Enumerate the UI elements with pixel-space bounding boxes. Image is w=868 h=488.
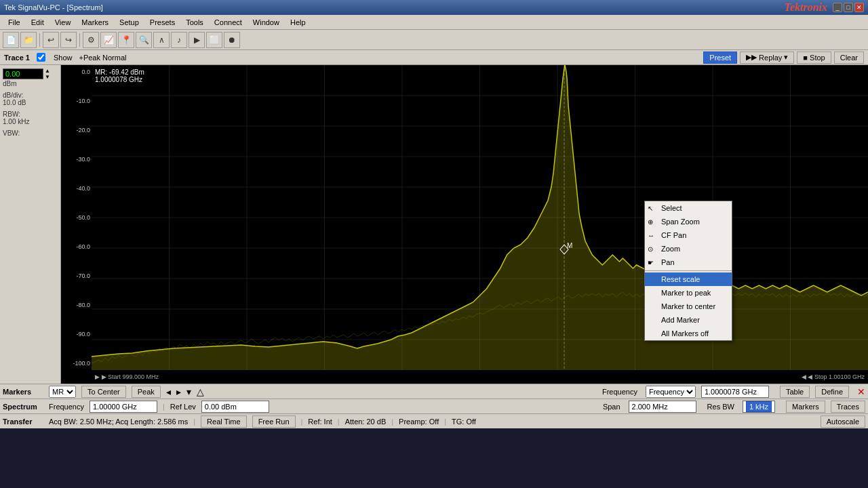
ref-spinner[interactable]: ▲ ▼ <box>45 68 50 80</box>
menu-file[interactable]: File <box>3 17 26 28</box>
ctx-pan[interactable]: ☛ Pan <box>645 256 732 269</box>
resbw-value[interactable]: 1 kHz <box>743 401 775 413</box>
ctx-span-zoom[interactable]: ⊕ Span Zoom <box>645 215 732 228</box>
spectrum-freq-label: Frequency <box>49 403 84 411</box>
peak-button[interactable]: Peak <box>132 386 161 398</box>
ctx-all-markers-off-label: All Markers off <box>661 329 709 338</box>
y-label-0: 0.0 <box>62 68 90 75</box>
ctx-select[interactable]: ↖ Select <box>645 201 732 215</box>
stop-label-text: ◀ Stop 1.00100 GHz <box>808 373 865 380</box>
menu-setup[interactable]: Setup <box>114 17 144 28</box>
ctx-cf-pan-label: CF Pan <box>661 231 686 239</box>
spinner-down[interactable]: ▼ <box>45 74 50 80</box>
spectrum-markers-button[interactable]: Markers <box>786 401 825 413</box>
peak-prev-icon[interactable]: ◂ <box>166 386 171 397</box>
marker-up-icon[interactable]: △ <box>197 386 204 397</box>
minimize-button[interactable]: _ <box>833 3 842 12</box>
ctx-select-label: Select <box>661 204 682 212</box>
maximize-button[interactable]: □ <box>844 3 853 12</box>
spectrum-traces-button[interactable]: Traces <box>831 401 865 413</box>
spectrum-canvas[interactable]: M <box>92 65 868 370</box>
video-button[interactable]: ▶ <box>189 32 205 48</box>
vbw-row: VBW: <box>3 129 58 137</box>
svg-text:M: M <box>567 242 572 249</box>
realtime-button[interactable]: Real Time <box>201 415 247 428</box>
menu-presets[interactable]: Presets <box>144 17 180 28</box>
open-button[interactable]: 📁 <box>20 32 37 48</box>
toolbar: 📄 📁 ↩ ↪ ⚙ 📈 📍 🔍 ∧ ♪ ▶ ⬜ ⏺ <box>0 30 868 50</box>
trace-button[interactable]: 📈 <box>100 32 117 48</box>
freerun-button[interactable]: Free Run <box>252 415 296 428</box>
ctx-add-marker[interactable]: Add Marker <box>645 313 732 327</box>
menu-connect[interactable]: Connect <box>209 17 248 28</box>
ctx-marker-to-peak-label: Marker to peak <box>661 289 711 297</box>
frequency-type-select[interactable]: Frequency <box>646 386 696 398</box>
ctx-marker-to-center-label: Marker to center <box>661 302 715 310</box>
refint-label: Ref: Int <box>308 418 332 426</box>
title-bar: Tek SignalVu-PC - [Spectrum] Tektronix _… <box>0 0 868 15</box>
top-right-controls: Preset ▶▶ Replay ▾ ■ Stop Clear <box>703 52 864 64</box>
record-button[interactable]: ⏺ <box>224 32 240 48</box>
ctx-reset-scale[interactable]: Reset scale <box>645 272 732 286</box>
menu-markers[interactable]: Markers <box>76 17 114 28</box>
rbw-label: RBW: <box>3 110 58 118</box>
undo-button[interactable]: ↩ <box>43 32 59 48</box>
markers-dropdown[interactable]: MR <box>49 386 76 398</box>
to-center-button[interactable]: To Center <box>81 386 126 398</box>
reflev-text: 0.00 dBm <box>205 403 237 411</box>
new-button[interactable]: 📄 <box>3 32 19 48</box>
span-value[interactable]: 2.000 MHz <box>629 401 696 413</box>
chart-area: MR: -69.42 dBm 1.0000078 GHz 0.0 -10.0 -… <box>61 65 868 384</box>
audio-button[interactable]: ♪ <box>171 32 187 48</box>
bar-sep-1: | <box>163 403 165 411</box>
reflev-value[interactable]: 0.00 dBm <box>201 401 269 413</box>
close-button[interactable]: ✕ <box>854 3 864 12</box>
ctx-cf-pan[interactable]: ↔ CF Pan <box>645 228 732 242</box>
ctx-all-markers-off[interactable]: All Markers off <box>645 327 732 340</box>
top-panel: Trace 1 Show +Peak Normal Preset ▶▶ Repl… <box>0 50 868 65</box>
zoom-icon: ⊙ <box>648 245 653 253</box>
spinner-up[interactable]: ▲ <box>45 68 50 74</box>
peak-next-icon[interactable]: ▸ <box>176 386 181 397</box>
menu-help[interactable]: Help <box>285 17 311 28</box>
redo-button[interactable]: ↪ <box>60 32 77 48</box>
zoom-button[interactable]: 🔍 <box>136 32 152 48</box>
spectrum-freq-value[interactable]: 1.00000 GHz <box>90 401 157 413</box>
marker-button[interactable]: 📍 <box>118 32 134 48</box>
app-title-text: Tek SignalVu-PC - [Spectrum] <box>4 3 103 12</box>
ref-value[interactable]: 0.00 <box>3 68 43 79</box>
peak-down-icon[interactable]: ▾ <box>186 386 191 397</box>
ctx-marker-to-center[interactable]: Marker to center <box>645 300 732 313</box>
show-checkbox[interactable] <box>37 53 45 62</box>
replay-button[interactable]: ▶▶ Replay ▾ <box>740 52 794 64</box>
frequency-label: Frequency <box>602 388 637 396</box>
preset-button[interactable]: Preset <box>703 52 737 64</box>
menu-window[interactable]: Window <box>248 17 285 28</box>
spectrum-svg: M <box>92 65 868 370</box>
spectrum-bar-label: Spectrum <box>3 403 43 411</box>
resbw-label: Res BW <box>707 403 734 411</box>
span-zoom-icon: ⊕ <box>648 218 653 226</box>
define-button[interactable]: Define <box>815 386 849 398</box>
pan-icon: ☛ <box>648 259 654 266</box>
close-marker-icon[interactable]: ✕ <box>857 386 865 397</box>
y-label-10: -100.0 <box>62 360 90 367</box>
autoscale-button[interactable]: Autoscale <box>821 415 865 428</box>
trace-label: Trace 1 <box>4 54 30 62</box>
settings-button[interactable]: ⚙ <box>83 32 99 48</box>
toolbar-separator-1 <box>39 33 40 47</box>
transfer-bar: Transfer Acq BW: 2.50 MHz; Acq Length: 2… <box>0 413 868 428</box>
menu-tools[interactable]: Tools <box>180 17 209 28</box>
ctx-marker-to-peak[interactable]: Marker to peak <box>645 286 732 300</box>
menu-edit[interactable]: Edit <box>26 17 50 28</box>
ctx-zoom-label: Zoom <box>661 245 680 253</box>
ctx-zoom[interactable]: ⊙ Zoom <box>645 242 732 256</box>
menu-view[interactable]: View <box>50 17 77 28</box>
stop-button[interactable]: ■ Stop <box>797 52 831 64</box>
clear-button[interactable]: Clear <box>834 52 864 64</box>
y-label-2: -20.0 <box>62 127 90 134</box>
peak-button[interactable]: ∧ <box>153 32 170 48</box>
screen-button[interactable]: ⬜ <box>206 32 222 48</box>
dbdiv-value: 10.0 dB <box>3 99 58 106</box>
table-button[interactable]: Table <box>780 386 810 398</box>
